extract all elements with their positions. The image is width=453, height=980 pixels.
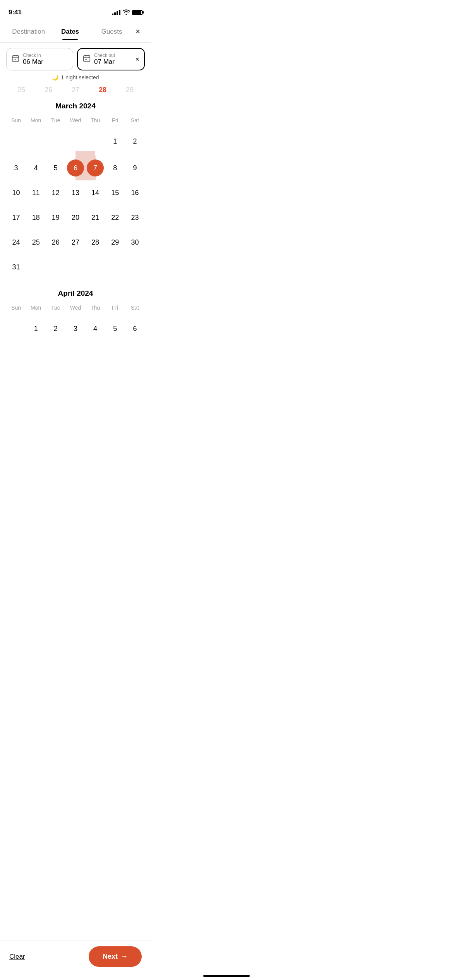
svg-point-4 — [14, 59, 14, 60]
april-cal-header-wed: Wed — [65, 305, 85, 316]
cal-cell-mar-27[interactable]: 27 — [65, 230, 85, 255]
cal-cell-mar-26[interactable]: 26 — [46, 230, 65, 255]
cal-cell-apr-3[interactable]: 3 — [65, 316, 85, 343]
svg-point-5 — [15, 59, 16, 60]
tab-navigation: Destination Dates Guests × — [0, 19, 151, 42]
cal-cell-empty — [86, 255, 105, 281]
march-cal-grid: Sun Mon Tue Wed Thu Fri Sat 1 2 3 4 5 6 … — [6, 117, 145, 281]
cal-cell-mar-21[interactable]: 21 — [86, 205, 105, 230]
april-cal-header-tue: Tue — [46, 305, 65, 316]
cal-cell-mar-22[interactable]: 22 — [105, 205, 125, 230]
prev-day-29[interactable]: 29 — [126, 86, 134, 94]
cal-cell-mar-19[interactable]: 19 — [46, 205, 65, 230]
cal-header-wed: Wed — [65, 117, 85, 129]
april-title: April 2024 — [6, 289, 145, 298]
check-in-card[interactable]: Check in 06 Mar — [6, 48, 73, 70]
cal-cell-empty — [125, 255, 145, 281]
cal-cell-mar-29[interactable]: 29 — [105, 230, 125, 255]
cal-cell-mar-28[interactable]: 28 — [86, 230, 105, 255]
checkout-info: Check out 07 Mar — [94, 53, 132, 66]
signal-icon — [112, 10, 120, 15]
cal-header-fri: Fri — [105, 117, 125, 129]
status-icons — [112, 9, 142, 16]
march-title: March 2024 — [6, 102, 145, 110]
cal-cell-mar-11[interactable]: 11 — [26, 180, 46, 205]
wifi-icon — [123, 9, 130, 16]
cal-cell-empty — [46, 129, 65, 156]
checkout-value: 07 Mar — [94, 58, 132, 66]
cal-cell-mar-30[interactable]: 30 — [125, 230, 145, 255]
cal-cell-mar-9[interactable]: 9 — [125, 156, 145, 180]
cal-cell-empty — [6, 129, 26, 156]
svg-point-10 — [85, 59, 86, 60]
cal-cell-empty — [105, 255, 125, 281]
cal-cell-mar-13[interactable]: 13 — [65, 180, 85, 205]
checkout-label: Check out — [94, 53, 132, 58]
cal-header-tue: Tue — [46, 117, 65, 129]
cal-cell-mar-5[interactable]: 5 — [46, 156, 65, 180]
cal-cell-apr-6[interactable]: 6 — [125, 316, 145, 343]
nights-info: 🌙 1 night selected — [0, 74, 151, 81]
battery-icon — [132, 10, 142, 15]
cal-header-mon: Mon — [26, 117, 46, 129]
cal-header-sun: Sun — [6, 117, 26, 129]
check-out-card[interactable]: Check out 07 Mar × — [77, 48, 145, 70]
cal-cell-mar-14[interactable]: 14 — [86, 180, 105, 205]
prev-day-27[interactable]: 27 — [72, 86, 79, 94]
prev-day-28[interactable]: 28 — [99, 86, 106, 94]
prev-days-row: 25 26 27 28 29 — [0, 86, 151, 94]
cal-cell-mar-25[interactable]: 25 — [26, 230, 46, 255]
status-time: 9:41 — [9, 9, 22, 16]
prev-day-26[interactable]: 26 — [45, 86, 52, 94]
tab-divider — [0, 42, 151, 43]
checkin-label: Check in — [23, 53, 68, 58]
cal-header-thu: Thu — [86, 117, 105, 129]
cal-cell-apr-1[interactable]: 1 — [26, 316, 46, 343]
cal-cell-mar-2[interactable]: 2 — [125, 129, 145, 156]
april-cal-empty — [6, 316, 26, 343]
cal-cell-mar-12[interactable]: 12 — [46, 180, 65, 205]
cal-cell-mar-18[interactable]: 18 — [26, 205, 46, 230]
close-button[interactable]: × — [132, 26, 143, 38]
cal-cell-mar-6[interactable]: 6 — [65, 156, 85, 180]
april-cal-header-sat: Sat — [125, 305, 145, 316]
cal-cell-mar-16[interactable]: 16 — [125, 180, 145, 205]
cal-cell-apr-5[interactable]: 5 — [105, 316, 125, 343]
cal-cell-empty — [46, 255, 65, 281]
cal-cell-empty — [26, 255, 46, 281]
checkin-calendar-icon — [11, 54, 20, 65]
tab-dates[interactable]: Dates — [49, 28, 91, 40]
tab-destination[interactable]: Destination — [8, 28, 49, 40]
cal-cell-mar-20[interactable]: 20 — [65, 205, 85, 230]
cal-cell-apr-2[interactable]: 2 — [46, 316, 65, 343]
cal-cell-mar-24[interactable]: 24 — [6, 230, 26, 255]
cal-cell-mar-10[interactable]: 10 — [6, 180, 26, 205]
april-cal-header-mon: Mon — [26, 305, 46, 316]
april-cal-header-fri: Fri — [105, 305, 125, 316]
tab-guests[interactable]: Guests — [91, 28, 132, 40]
cal-cell-mar-15[interactable]: 15 — [105, 180, 125, 205]
svg-rect-6 — [84, 55, 90, 62]
april-calendar: April 2024 Sun Mon Tue Wed Thu Fri Sat 1… — [0, 289, 151, 343]
cal-cell-mar-23[interactable]: 23 — [125, 205, 145, 230]
checkout-clear-button[interactable]: × — [135, 55, 139, 63]
cal-cell-mar-4[interactable]: 4 — [26, 156, 46, 180]
cal-cell-mar-3[interactable]: 3 — [6, 156, 26, 180]
svg-point-11 — [86, 59, 87, 60]
cal-header-sat: Sat — [125, 117, 145, 129]
april-cal-header-thu: Thu — [86, 305, 105, 316]
cal-cell-mar-17[interactable]: 17 — [6, 205, 26, 230]
april-cal-header-sun: Sun — [6, 305, 26, 316]
date-cards: Check in 06 Mar Check out 07 Mar × — [0, 48, 151, 70]
moon-icon: 🌙 — [52, 74, 58, 81]
cal-cell-mar-31[interactable]: 31 — [6, 255, 26, 281]
cal-cell-empty — [26, 129, 46, 156]
march-calendar: March 2024 Sun Mon Tue Wed Thu Fri Sat 1… — [0, 102, 151, 281]
checkin-value: 06 Mar — [23, 58, 68, 66]
cal-cell-mar-8[interactable]: 8 — [105, 156, 125, 180]
svg-rect-0 — [12, 55, 19, 62]
cal-cell-empty — [65, 255, 85, 281]
cal-cell-apr-4[interactable]: 4 — [86, 316, 105, 343]
cal-cell-mar-1[interactable]: 1 — [105, 129, 125, 156]
prev-day-25[interactable]: 25 — [17, 86, 25, 94]
